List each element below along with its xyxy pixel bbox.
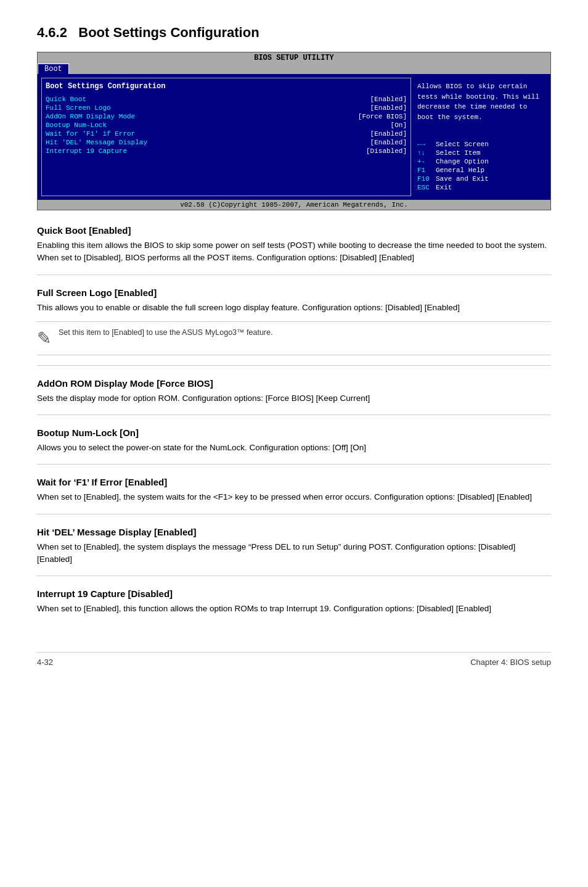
section-interrupt-19: Interrupt 19 Capture [Disabled]When set … bbox=[37, 588, 551, 615]
bios-item-row: Interrupt 19 Capture[Disabled] bbox=[46, 147, 407, 155]
bios-header: BIOS SETUP UTILITY bbox=[38, 52, 550, 64]
bios-key-row: +-Change Option bbox=[417, 158, 541, 165]
section-divider bbox=[37, 576, 551, 576]
section-heading: Bootup Num-Lock [On] bbox=[37, 427, 551, 438]
section-body: When set to [Enabled], the system waits … bbox=[37, 491, 551, 503]
bios-key-symbol: F1 bbox=[417, 167, 432, 174]
note-icon: ✎ bbox=[37, 328, 51, 349]
bios-key-action: Change Option bbox=[436, 158, 489, 165]
bios-key-row: ↑↓Select Item bbox=[417, 149, 541, 157]
page-footer: 4-32 Chapter 4: BIOS setup bbox=[37, 652, 551, 667]
bios-item-label: Bootup Num-Lock bbox=[46, 122, 107, 129]
section-body: Enabling this item allows the BIOS to sk… bbox=[37, 239, 551, 265]
section-full-screen-logo: Full Screen Logo [Enabled]This allows yo… bbox=[37, 287, 551, 366]
bios-item-value: [Disabled] bbox=[366, 147, 407, 155]
bios-left-panel: Boot Settings Configuration Quick Boot[E… bbox=[41, 78, 411, 196]
bios-key-action: General Help bbox=[436, 167, 484, 174]
bios-left-title: Boot Settings Configuration bbox=[46, 82, 407, 91]
bios-footer: v02.58 (C)Copyright 1985-2007, American … bbox=[38, 200, 550, 210]
section-divider bbox=[37, 464, 551, 464]
section-body: Allows you to select the power-on state … bbox=[37, 442, 551, 454]
bios-tab-boot[interactable]: Boot bbox=[38, 64, 69, 74]
bios-item-label: Full Screen Logo bbox=[46, 104, 111, 112]
section-body: When set to [Enabled], this function all… bbox=[37, 603, 551, 615]
page-section-header: 4.6.2 Boot Settings Configuration bbox=[37, 25, 551, 41]
section-heading: Hit ‘DEL’ Message Display [Enabled] bbox=[37, 527, 551, 537]
section-divider bbox=[37, 274, 551, 275]
footer-left: 4-32 bbox=[37, 658, 53, 667]
bios-key-row: F10Save and Exit bbox=[417, 175, 541, 183]
section-body: When set to [Enabled], the system displa… bbox=[37, 541, 551, 566]
section-divider bbox=[37, 514, 551, 514]
bios-item-label: Wait for 'F1' if Error bbox=[46, 130, 135, 138]
bios-help-text: Allows BIOS to skip certain tests while … bbox=[417, 81, 541, 122]
content-sections: Quick Boot [Enabled]Enabling this item a… bbox=[37, 225, 551, 615]
bios-key-symbol: ESC bbox=[417, 184, 432, 191]
section-bootup-numlock: Bootup Num-Lock [On]Allows you to select… bbox=[37, 427, 551, 464]
bios-key-row: ←→Select Screen bbox=[417, 141, 541, 148]
bios-item-value: [Enabled] bbox=[370, 139, 407, 146]
section-heading: AddOn ROM Display Mode [Force BIOS] bbox=[37, 378, 551, 389]
footer-right: Chapter 4: BIOS setup bbox=[470, 658, 551, 667]
note-text: Set this item to [Enabled] to use the AS… bbox=[59, 328, 272, 337]
section-heading: Wait for ‘F1’ If Error [Enabled] bbox=[37, 477, 551, 487]
section-hit-del: Hit ‘DEL’ Message Display [Enabled]When … bbox=[37, 527, 551, 577]
bios-item-value: [On] bbox=[391, 122, 407, 129]
bios-items-list: Quick Boot[Enabled]Full Screen Logo[Enab… bbox=[46, 96, 407, 155]
bios-item-row: Hit 'DEL' Message Display[Enabled] bbox=[46, 139, 407, 146]
bios-key-action: Select Item bbox=[436, 149, 481, 157]
bios-item-label: Hit 'DEL' Message Display bbox=[46, 139, 147, 146]
bios-item-row: Bootup Num-Lock[On] bbox=[46, 122, 407, 129]
bios-item-label: Interrupt 19 Capture bbox=[46, 147, 127, 155]
bios-item-value: [Enabled] bbox=[370, 104, 407, 112]
bios-key-symbol: +- bbox=[417, 158, 432, 165]
bios-right-panel: Allows BIOS to skip certain tests while … bbox=[411, 78, 547, 196]
bios-key-action: Exit bbox=[436, 184, 452, 191]
bios-keys: ←→Select Screen↑↓Select Item+-Change Opt… bbox=[417, 141, 541, 191]
page-title: 4.6.2 Boot Settings Configuration bbox=[37, 25, 259, 40]
bios-key-symbol: ←→ bbox=[417, 141, 432, 148]
bios-item-label: Quick Boot bbox=[46, 96, 86, 103]
section-body: This allows you to enable or disable the… bbox=[37, 302, 551, 314]
bios-screenshot: BIOS SETUP UTILITY Boot Boot Settings Co… bbox=[37, 52, 551, 210]
bios-item-value: [Enabled] bbox=[370, 130, 407, 138]
section-addon-rom: AddOn ROM Display Mode [Force BIOS]Sets … bbox=[37, 378, 551, 415]
section-divider bbox=[37, 365, 551, 366]
bios-item-row: Quick Boot[Enabled] bbox=[46, 96, 407, 103]
bios-item-label: AddOn ROM Display Mode bbox=[46, 113, 135, 120]
bios-item-value: [Force BIOS] bbox=[358, 113, 407, 120]
bios-item-row: Full Screen Logo[Enabled] bbox=[46, 104, 407, 112]
section-body: Sets the display mode for option ROM. Co… bbox=[37, 392, 551, 405]
section-wait-f1: Wait for ‘F1’ If Error [Enabled]When set… bbox=[37, 477, 551, 514]
bios-item-value: [Enabled] bbox=[370, 96, 407, 103]
bios-item-row: AddOn ROM Display Mode[Force BIOS] bbox=[46, 113, 407, 120]
note-box: ✎Set this item to [Enabled] to use the A… bbox=[37, 321, 551, 355]
bios-key-row: ESCExit bbox=[417, 184, 541, 191]
section-heading: Quick Boot [Enabled] bbox=[37, 225, 551, 236]
bios-key-row: F1General Help bbox=[417, 167, 541, 174]
section-divider bbox=[37, 415, 551, 415]
bios-item-row: Wait for 'F1' if Error[Enabled] bbox=[46, 130, 407, 138]
bios-key-symbol: ↑↓ bbox=[417, 149, 432, 157]
section-heading: Interrupt 19 Capture [Disabled] bbox=[37, 588, 551, 599]
section-quick-boot: Quick Boot [Enabled]Enabling this item a… bbox=[37, 225, 551, 275]
bios-key-action: Select Screen bbox=[436, 141, 489, 148]
section-heading: Full Screen Logo [Enabled] bbox=[37, 287, 551, 298]
bios-tab-bar: Boot bbox=[38, 64, 550, 74]
bios-key-symbol: F10 bbox=[417, 175, 432, 183]
bios-key-action: Save and Exit bbox=[436, 175, 489, 183]
